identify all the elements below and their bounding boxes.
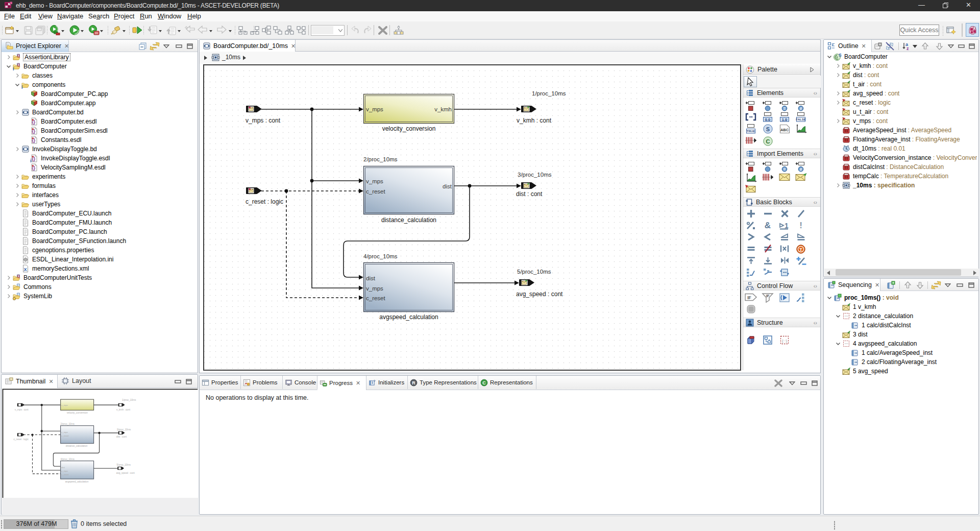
svg-text:C: C (766, 138, 770, 144)
svg-text:dist : cont: dist : cont (516, 190, 543, 198)
svg-text:dist : cont: dist : cont (116, 436, 127, 438)
svg-text:IF: IF (766, 294, 770, 298)
svg-text:5/proc_10ms: 5/proc_10ms (116, 464, 131, 466)
svg-text:v_mps: v_mps (366, 178, 383, 184)
svg-text:v_mps: v_mps (366, 106, 383, 112)
svg-text:v_kmh : cont: v_kmh : cont (116, 408, 131, 411)
svg-text:FALSE: FALSE (796, 118, 805, 121)
svg-text:i: i (30, 158, 32, 162)
svg-text:c_reset: c_reset (366, 295, 386, 301)
svg-text:5/proc_10ms: 5/proc_10ms (517, 269, 551, 275)
svg-text:C: C (482, 380, 486, 385)
svg-text:X: X (24, 267, 27, 272)
svg-text:distance_calculation: distance_calculation (381, 216, 436, 224)
svg-text:i: i (13, 66, 14, 70)
svg-text:{··}: {··} (782, 339, 788, 343)
svg-text:v_mps: v_mps (366, 285, 383, 292)
svg-text:c_reset: c_reset (61, 473, 69, 476)
svg-text:4/proc_10ms: 4/proc_10ms (61, 458, 75, 461)
svg-text:v_kmh : cont: v_kmh : cont (517, 117, 552, 124)
svg-text:v_mps: v_mps (61, 431, 68, 433)
svg-text:T: T (799, 247, 802, 252)
svg-text:ABC: ABC (780, 128, 789, 132)
svg-text:avgspeed_calculation: avgspeed_calculation (379, 313, 438, 321)
svg-text:avgspeed_calculation: avgspeed_calculation (65, 480, 89, 483)
svg-text:I: I (372, 381, 373, 384)
svg-text:v_mps: v_mps (61, 470, 68, 472)
svg-text:i: i (21, 85, 23, 89)
svg-text:v_mps : cont: v_mps : cont (15, 408, 29, 411)
svg-text:S: S (766, 126, 769, 132)
svg-text:3/proc_10ms: 3/proc_10ms (518, 172, 552, 178)
svg-text:v_mps : cont: v_mps : cont (246, 117, 281, 124)
svg-text:TRUE: TRUE (747, 130, 755, 133)
svg-text:dist: dist (366, 275, 376, 281)
svg-text:(): () (17, 62, 20, 67)
svg-text:avg_speed : cont: avg_speed : cont (516, 291, 563, 298)
svg-text:#: # (799, 167, 802, 172)
svg-text:v_mps: v_mps (61, 404, 68, 406)
svg-text:v_kmh: v_kmh (434, 106, 452, 112)
svg-text:(): () (17, 274, 20, 278)
svg-text:R: R (412, 380, 415, 385)
svg-text:dist: dist (443, 183, 452, 189)
svg-text:velocity_conversion: velocity_conversion (382, 125, 436, 132)
svg-text:1.0: 1.0 (782, 117, 787, 122)
svg-text:velocity_conversion: velocity_conversion (67, 412, 88, 414)
svg-text:distance_calculation: distance_calculation (66, 445, 88, 447)
svg-text:z: z (906, 46, 909, 51)
svg-text:dist: dist (61, 466, 65, 469)
svg-text:(): () (17, 53, 20, 58)
svg-text:3/proc_10ms: 3/proc_10ms (117, 428, 131, 431)
svg-text:2/proc_10ms: 2/proc_10ms (61, 423, 75, 425)
svg-text:c_reset: c_reset (61, 435, 69, 437)
svg-text:c_reset: c_reset (366, 188, 386, 195)
svg-text:1/proc_10ms: 1/proc_10ms (532, 90, 566, 96)
svg-text:#: # (799, 106, 802, 111)
svg-text:avg_speed : cont: avg_speed : cont (116, 472, 135, 474)
svg-text:2/proc_10ms: 2/proc_10ms (363, 156, 398, 162)
svg-text:1/proc_10ms: 1/proc_10ms (122, 399, 136, 401)
svg-text:4/proc_10ms: 4/proc_10ms (363, 253, 398, 259)
svg-text:c_reset : logic: c_reset : logic (14, 438, 29, 441)
svg-text:IF: IF (747, 295, 751, 300)
svg-text:S: S (839, 53, 842, 58)
svg-text:c_reset : logic: c_reset : logic (246, 198, 283, 205)
svg-text:0.0: 0.0 (765, 117, 770, 122)
